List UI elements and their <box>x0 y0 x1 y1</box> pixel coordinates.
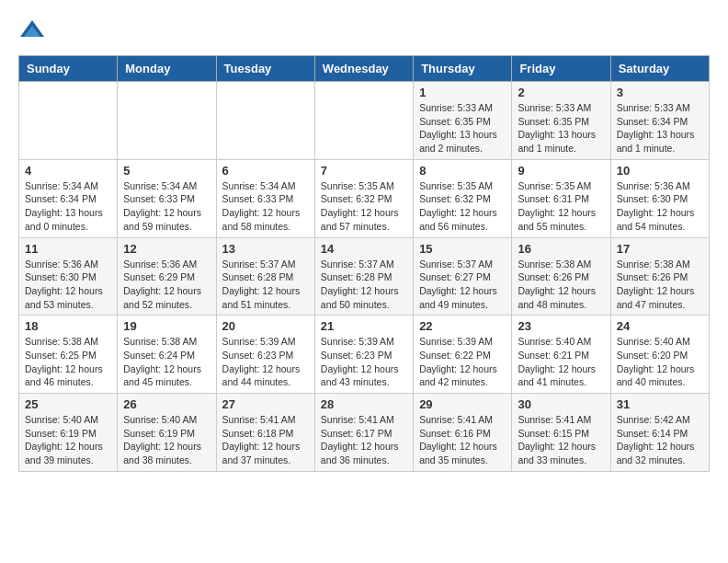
calendar-cell: 19Sunrise: 5:38 AM Sunset: 6:24 PM Dayli… <box>118 316 216 394</box>
calendar-cell: 24Sunrise: 5:40 AM Sunset: 6:20 PM Dayli… <box>610 316 709 394</box>
weekday-header-wednesday: Wednesday <box>314 56 413 82</box>
day-number: 30 <box>518 397 604 411</box>
calendar-cell: 20Sunrise: 5:39 AM Sunset: 6:23 PM Dayli… <box>216 316 314 394</box>
calendar-cell: 17Sunrise: 5:38 AM Sunset: 6:26 PM Dayli… <box>610 237 709 316</box>
calendar-body: 1Sunrise: 5:33 AM Sunset: 6:35 PM Daylig… <box>19 82 710 472</box>
calendar-cell: 29Sunrise: 5:41 AM Sunset: 6:16 PM Dayli… <box>414 394 512 472</box>
day-number: 25 <box>25 397 111 411</box>
day-info: Sunrise: 5:41 AM Sunset: 6:16 PM Dayligh… <box>419 413 506 467</box>
day-info: Sunrise: 5:33 AM Sunset: 6:35 PM Dayligh… <box>419 101 506 155</box>
day-number: 28 <box>321 397 407 411</box>
day-number: 6 <box>222 164 309 178</box>
day-info: Sunrise: 5:39 AM Sunset: 6:23 PM Dayligh… <box>321 335 407 389</box>
calendar-cell: 4Sunrise: 5:34 AM Sunset: 6:34 PM Daylig… <box>19 159 118 237</box>
calendar-cell: 13Sunrise: 5:37 AM Sunset: 6:28 PM Dayli… <box>216 237 314 316</box>
week-row-2: 4Sunrise: 5:34 AM Sunset: 6:34 PM Daylig… <box>19 159 710 237</box>
day-info: Sunrise: 5:38 AM Sunset: 6:26 PM Dayligh… <box>518 258 604 312</box>
day-number: 23 <box>518 319 604 333</box>
day-number: 3 <box>617 86 703 99</box>
calendar-header: SundayMondayTuesdayWednesdayThursdayFrid… <box>19 56 710 82</box>
day-info: Sunrise: 5:40 AM Sunset: 6:20 PM Dayligh… <box>617 335 703 389</box>
calendar-cell: 5Sunrise: 5:34 AM Sunset: 6:33 PM Daylig… <box>118 159 216 237</box>
weekday-header-friday: Friday <box>512 56 610 82</box>
calendar-cell: 2Sunrise: 5:33 AM Sunset: 6:35 PM Daylig… <box>512 82 610 160</box>
logo <box>18 18 50 46</box>
calendar-cell: 14Sunrise: 5:37 AM Sunset: 6:28 PM Dayli… <box>314 237 413 316</box>
calendar-cell: 16Sunrise: 5:38 AM Sunset: 6:26 PM Dayli… <box>512 237 610 316</box>
day-number: 27 <box>222 397 309 411</box>
day-number: 11 <box>25 242 111 256</box>
week-row-4: 18Sunrise: 5:38 AM Sunset: 6:25 PM Dayli… <box>19 316 710 394</box>
day-number: 13 <box>222 242 309 256</box>
calendar-table: SundayMondayTuesdayWednesdayThursdayFrid… <box>18 55 710 472</box>
day-number: 29 <box>419 397 506 411</box>
day-number: 14 <box>321 242 407 256</box>
calendar-cell: 11Sunrise: 5:36 AM Sunset: 6:30 PM Dayli… <box>19 237 118 316</box>
day-number: 12 <box>123 242 210 256</box>
day-number: 18 <box>25 319 111 333</box>
calendar-cell: 6Sunrise: 5:34 AM Sunset: 6:33 PM Daylig… <box>216 159 314 237</box>
calendar-cell: 1Sunrise: 5:33 AM Sunset: 6:35 PM Daylig… <box>414 82 512 160</box>
day-info: Sunrise: 5:36 AM Sunset: 6:30 PM Dayligh… <box>617 179 703 234</box>
day-number: 17 <box>617 242 703 256</box>
weekday-header-thursday: Thursday <box>414 56 512 82</box>
day-number: 21 <box>321 319 407 333</box>
day-info: Sunrise: 5:35 AM Sunset: 6:32 PM Dayligh… <box>321 179 407 234</box>
day-info: Sunrise: 5:34 AM Sunset: 6:33 PM Dayligh… <box>222 179 309 234</box>
day-number: 19 <box>123 319 210 333</box>
day-number: 4 <box>25 164 111 178</box>
day-info: Sunrise: 5:34 AM Sunset: 6:34 PM Dayligh… <box>25 179 111 234</box>
day-number: 9 <box>518 164 604 178</box>
calendar-cell <box>314 82 413 160</box>
day-info: Sunrise: 5:42 AM Sunset: 6:14 PM Dayligh… <box>617 413 703 467</box>
day-info: Sunrise: 5:37 AM Sunset: 6:28 PM Dayligh… <box>222 258 309 312</box>
day-number: 26 <box>123 397 210 411</box>
calendar-cell: 12Sunrise: 5:36 AM Sunset: 6:29 PM Dayli… <box>118 237 216 316</box>
calendar-cell: 15Sunrise: 5:37 AM Sunset: 6:27 PM Dayli… <box>414 237 512 316</box>
day-number: 10 <box>617 164 703 178</box>
day-info: Sunrise: 5:39 AM Sunset: 6:23 PM Dayligh… <box>222 335 309 389</box>
day-number: 31 <box>617 397 703 411</box>
day-number: 5 <box>123 164 210 178</box>
day-number: 7 <box>321 164 407 178</box>
calendar-cell: 27Sunrise: 5:41 AM Sunset: 6:18 PM Dayli… <box>216 394 314 472</box>
day-info: Sunrise: 5:39 AM Sunset: 6:22 PM Dayligh… <box>419 335 506 389</box>
calendar-cell <box>19 82 118 160</box>
day-info: Sunrise: 5:41 AM Sunset: 6:18 PM Dayligh… <box>222 413 309 467</box>
day-number: 22 <box>419 319 506 333</box>
day-info: Sunrise: 5:41 AM Sunset: 6:15 PM Dayligh… <box>518 413 604 467</box>
calendar-cell: 7Sunrise: 5:35 AM Sunset: 6:32 PM Daylig… <box>314 159 413 237</box>
calendar-cell <box>118 82 216 160</box>
day-info: Sunrise: 5:36 AM Sunset: 6:29 PM Dayligh… <box>123 258 210 312</box>
day-info: Sunrise: 5:35 AM Sunset: 6:31 PM Dayligh… <box>518 179 604 234</box>
day-info: Sunrise: 5:36 AM Sunset: 6:30 PM Dayligh… <box>25 258 111 312</box>
day-info: Sunrise: 5:38 AM Sunset: 6:25 PM Dayligh… <box>25 335 111 389</box>
week-row-1: 1Sunrise: 5:33 AM Sunset: 6:35 PM Daylig… <box>19 82 710 160</box>
calendar-cell: 10Sunrise: 5:36 AM Sunset: 6:30 PM Dayli… <box>610 159 709 237</box>
day-info: Sunrise: 5:38 AM Sunset: 6:24 PM Dayligh… <box>123 335 210 389</box>
weekday-header-saturday: Saturday <box>610 56 709 82</box>
calendar-cell: 25Sunrise: 5:40 AM Sunset: 6:19 PM Dayli… <box>19 394 118 472</box>
calendar-cell: 26Sunrise: 5:40 AM Sunset: 6:19 PM Dayli… <box>118 394 216 472</box>
day-info: Sunrise: 5:33 AM Sunset: 6:34 PM Dayligh… <box>617 101 703 155</box>
day-number: 16 <box>518 242 604 256</box>
weekday-header-row: SundayMondayTuesdayWednesdayThursdayFrid… <box>19 56 710 82</box>
day-info: Sunrise: 5:40 AM Sunset: 6:19 PM Dayligh… <box>25 413 111 467</box>
calendar-cell: 21Sunrise: 5:39 AM Sunset: 6:23 PM Dayli… <box>314 316 413 394</box>
calendar-cell: 31Sunrise: 5:42 AM Sunset: 6:14 PM Dayli… <box>610 394 709 472</box>
calendar-cell: 8Sunrise: 5:35 AM Sunset: 6:32 PM Daylig… <box>414 159 512 237</box>
calendar-cell: 23Sunrise: 5:40 AM Sunset: 6:21 PM Dayli… <box>512 316 610 394</box>
day-info: Sunrise: 5:33 AM Sunset: 6:35 PM Dayligh… <box>518 101 604 155</box>
week-row-3: 11Sunrise: 5:36 AM Sunset: 6:30 PM Dayli… <box>19 237 710 316</box>
calendar-cell: 30Sunrise: 5:41 AM Sunset: 6:15 PM Dayli… <box>512 394 610 472</box>
calendar-cell <box>216 82 314 160</box>
header <box>18 18 710 46</box>
calendar-cell: 18Sunrise: 5:38 AM Sunset: 6:25 PM Dayli… <box>19 316 118 394</box>
page: SundayMondayTuesdayWednesdayThursdayFrid… <box>0 0 728 490</box>
weekday-header-monday: Monday <box>118 56 216 82</box>
weekday-header-tuesday: Tuesday <box>216 56 314 82</box>
logo-icon <box>18 18 46 46</box>
day-info: Sunrise: 5:37 AM Sunset: 6:28 PM Dayligh… <box>321 258 407 312</box>
day-info: Sunrise: 5:40 AM Sunset: 6:21 PM Dayligh… <box>518 335 604 389</box>
day-number: 15 <box>419 242 506 256</box>
